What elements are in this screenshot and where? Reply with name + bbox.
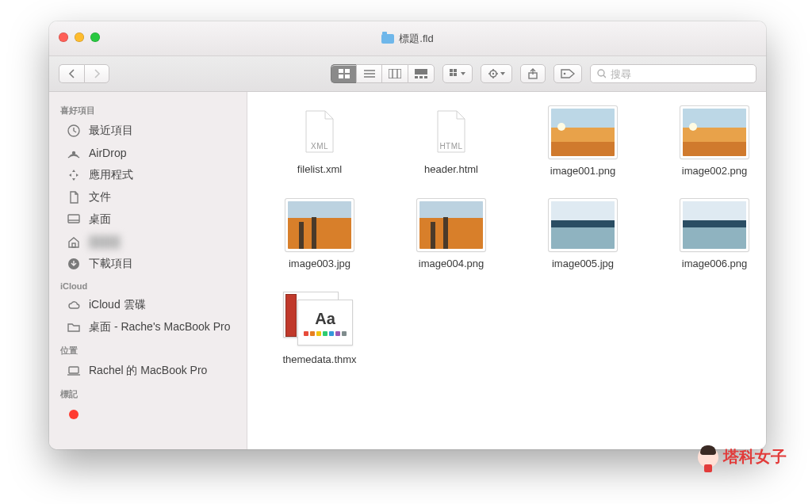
sidebar-item-label: 桌面 - Rache's MacBook Pro	[89, 320, 231, 334]
svg-rect-0	[339, 69, 343, 73]
file-item[interactable]: image002.png	[655, 106, 766, 177]
svg-rect-11	[415, 76, 418, 78]
airdrop-icon	[67, 146, 81, 160]
cloud-icon	[67, 298, 81, 312]
action-button[interactable]	[481, 64, 512, 83]
file-item[interactable]: image001.png	[523, 106, 642, 177]
sidebar-item[interactable]: 桌面	[49, 208, 247, 231]
sidebar-item[interactable]	[49, 403, 247, 426]
file-name: image006.png	[682, 258, 747, 269]
svg-rect-7	[389, 69, 401, 78]
toolbar	[49, 56, 766, 92]
doc-icon	[67, 190, 81, 204]
file-name: image004.png	[419, 258, 484, 269]
sidebar-item[interactable]: 桌面 - Rache's MacBook Pro	[49, 316, 247, 338]
sidebar-item-label: 下載項目	[89, 257, 133, 271]
sidebar-item[interactable]: 下載項目	[49, 253, 247, 275]
sidebar-item[interactable]: 應用程式	[49, 164, 247, 186]
svg-rect-16	[450, 73, 453, 76]
zoom-button[interactable]	[90, 32, 100, 42]
svg-rect-30	[68, 215, 79, 223]
svg-rect-10	[415, 69, 427, 74]
laptop-icon	[67, 364, 81, 378]
sidebar-item-label: 應用程式	[89, 168, 133, 182]
svg-rect-15	[454, 69, 457, 72]
sidebar-item[interactable]: iCloud 雲碟	[49, 294, 247, 316]
file-item[interactable]: HTMLheader.html	[392, 106, 511, 177]
svg-rect-17	[454, 73, 457, 76]
sidebar-item[interactable]: ████	[49, 231, 247, 253]
folder-icon	[67, 320, 81, 334]
share-button[interactable]	[520, 64, 546, 83]
window-title: 標題.fld	[49, 32, 766, 46]
sidebar-item-label: ████	[89, 235, 121, 248]
window-controls	[59, 32, 100, 42]
arrange-button[interactable]	[442, 64, 473, 83]
file-item[interactable]: image006.png	[655, 199, 766, 269]
view-icons-button[interactable]	[331, 64, 356, 83]
search-field[interactable]	[590, 64, 756, 83]
svg-line-27	[603, 75, 606, 78]
file-grid: XMLfilelist.xmlHTMLheader.htmlimage001.p…	[260, 106, 753, 365]
file-name: image003.jpg	[289, 258, 350, 269]
sidebar-item-label: iCloud 雲碟	[89, 298, 146, 312]
view-mode	[331, 64, 435, 83]
file-thumbnail	[549, 106, 617, 158]
nav-buttons	[59, 64, 109, 83]
file-thumbnail	[549, 199, 617, 251]
sidebar-group-title: 標記	[49, 382, 247, 403]
close-button[interactable]	[59, 32, 68, 42]
sidebar-group-title: 喜好項目	[49, 98, 247, 120]
minimize-button[interactable]	[75, 32, 84, 42]
finder-window: 標題.fld	[49, 21, 766, 449]
file-thumbnail	[680, 199, 749, 251]
forward-button[interactable]	[84, 64, 109, 83]
file-name: header.html	[424, 163, 478, 175]
svg-rect-3	[345, 74, 350, 78]
file-thumbnail: HTML	[417, 106, 485, 157]
window-title-text: 標題.fld	[399, 32, 433, 46]
file-name: filelist.xml	[297, 163, 342, 175]
file-thumbnail	[680, 106, 749, 158]
file-thumbnail: XML	[285, 106, 354, 157]
sidebar-item-label: 最近項目	[89, 124, 133, 138]
file-item[interactable]: XMLfilelist.xml	[260, 106, 379, 177]
svg-rect-14	[450, 69, 453, 72]
svg-point-25	[564, 73, 566, 75]
watermark-text: 塔科女子	[723, 446, 787, 468]
watermark-icon	[698, 447, 718, 468]
sidebar-item[interactable]: 最近項目	[49, 120, 247, 142]
tags-button[interactable]	[553, 64, 582, 83]
view-gallery-button[interactable]	[408, 64, 435, 83]
svg-point-26	[598, 70, 604, 76]
sidebar-item[interactable]: AirDrop	[49, 142, 247, 164]
search-input[interactable]	[611, 68, 749, 80]
back-button[interactable]	[59, 64, 84, 83]
window-body: 喜好項目最近項目AirDrop應用程式文件桌面████下載項目iCloudiCl…	[49, 92, 766, 449]
sidebar-group-title: iCloud	[49, 275, 247, 294]
svg-rect-2	[339, 74, 343, 78]
file-thumbnail	[285, 199, 354, 251]
file-item[interactable]: image005.jpg	[523, 199, 642, 269]
titlebar: 標題.fld	[49, 21, 766, 56]
sidebar-item-label: 文件	[89, 190, 111, 204]
file-name: image001.png	[550, 165, 615, 177]
svg-rect-13	[424, 76, 427, 78]
content-area[interactable]: XMLfilelist.xmlHTMLheader.htmlimage001.p…	[247, 92, 766, 449]
sidebar-item[interactable]: Rachel 的 MacBook Pro	[49, 360, 247, 382]
apps-icon	[67, 168, 81, 182]
sidebar-item[interactable]: 文件	[49, 186, 247, 208]
file-thumbnail: Aa	[283, 292, 356, 347]
file-thumbnail	[417, 199, 485, 251]
file-name: image002.png	[682, 165, 747, 177]
view-list-button[interactable]	[356, 64, 381, 83]
home-icon	[67, 235, 81, 249]
download-icon	[67, 257, 81, 271]
file-item[interactable]: image004.png	[392, 199, 511, 269]
file-item[interactable]: image003.jpg	[260, 199, 379, 269]
clock-icon	[67, 124, 81, 138]
view-columns-button[interactable]	[381, 64, 408, 83]
file-name: image005.jpg	[552, 258, 614, 269]
file-item[interactable]: Aa themedata.thmx	[260, 292, 379, 365]
sidebar-item-label: Rachel 的 MacBook Pro	[89, 364, 207, 378]
